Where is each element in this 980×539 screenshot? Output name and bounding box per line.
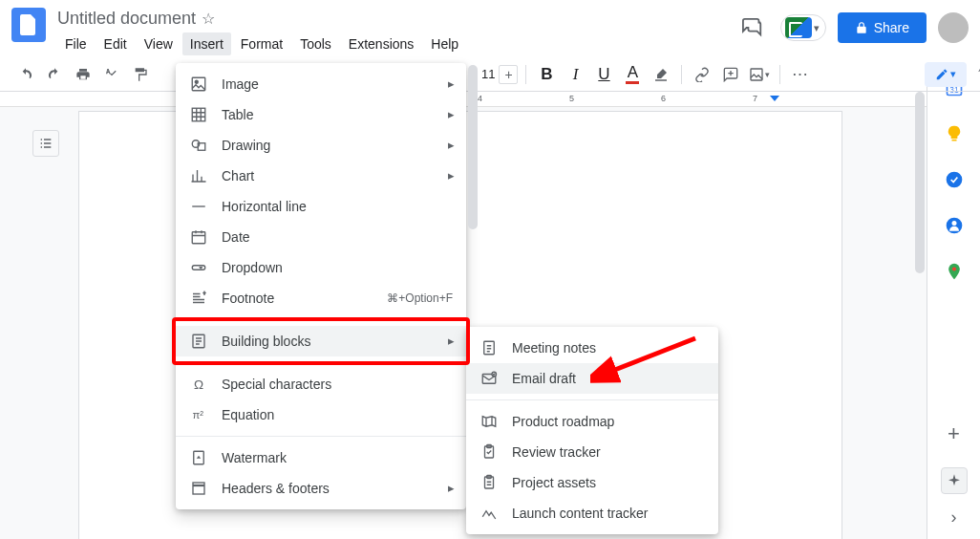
star-icon[interactable]: ☆ bbox=[202, 10, 215, 28]
svg-text:π²: π² bbox=[192, 409, 203, 420]
document-scrollbar[interactable] bbox=[913, 92, 927, 539]
table-icon bbox=[189, 106, 208, 123]
spellcheck-button[interactable] bbox=[99, 62, 124, 87]
meet-button[interactable]: ▾ bbox=[780, 14, 826, 41]
review-icon bbox=[479, 443, 499, 461]
menu-item-label: Date bbox=[222, 229, 250, 245]
share-button[interactable]: Share bbox=[838, 12, 927, 43]
notes-icon bbox=[479, 339, 499, 356]
dropdown-icon bbox=[189, 259, 208, 276]
account-avatar[interactable] bbox=[938, 12, 969, 43]
svg-point-8 bbox=[951, 267, 955, 270]
insert-menu-footnote[interactable]: Footnote⌘+Option+F bbox=[176, 283, 466, 313]
font-size-box[interactable]: 11 bbox=[481, 67, 495, 81]
contacts-sidepanel-icon[interactable] bbox=[945, 216, 964, 235]
paint-format-button[interactable] bbox=[128, 62, 153, 87]
menu-help[interactable]: Help bbox=[423, 32, 466, 55]
insert-menu-drawing[interactable]: Drawing bbox=[176, 130, 466, 161]
building-blocks-product-roadmap[interactable]: Product roadmap bbox=[466, 406, 718, 437]
watermark-icon bbox=[189, 449, 208, 466]
insert-menu-equation[interactable]: π²Equation bbox=[176, 399, 466, 430]
font-size-increase[interactable]: + bbox=[499, 65, 518, 84]
italic-button[interactable]: I bbox=[563, 62, 587, 87]
maps-sidepanel-icon[interactable] bbox=[945, 262, 964, 281]
menu-item-label: Footnote bbox=[222, 291, 274, 306]
comments-history-icon[interactable] bbox=[736, 11, 769, 44]
explore-button[interactable] bbox=[941, 467, 968, 494]
insert-menu-dropdown[interactable]: Dropdown bbox=[176, 252, 466, 283]
insert-menu-chart[interactable]: Chart bbox=[176, 161, 466, 191]
svg-rect-14 bbox=[192, 232, 205, 244]
menu-file[interactable]: File bbox=[57, 32, 95, 55]
menu-item-label: Product roadmap bbox=[512, 414, 614, 429]
redo-button[interactable] bbox=[42, 62, 67, 87]
docs-logo[interactable] bbox=[11, 8, 46, 42]
menu-scrollbar[interactable] bbox=[468, 65, 478, 229]
menu-extensions[interactable]: Extensions bbox=[341, 32, 421, 55]
insert-menu-table[interactable]: Table bbox=[176, 99, 466, 130]
menu-item-label: Project assets bbox=[512, 475, 596, 490]
menu-item-label: Dropdown bbox=[222, 260, 283, 275]
addons-button[interactable]: + bbox=[945, 421, 964, 441]
building-blocks-project-assets[interactable]: Project assets bbox=[466, 467, 718, 498]
more-toolbar-button[interactable]: ⋯ bbox=[788, 62, 813, 87]
undo-button[interactable] bbox=[13, 62, 38, 87]
svg-rect-0 bbox=[751, 69, 762, 80]
keep-sidepanel-icon[interactable] bbox=[945, 124, 964, 143]
insert-menu-special-characters[interactable]: ΩSpecial characters bbox=[176, 369, 466, 399]
svg-line-28 bbox=[607, 338, 695, 373]
building-blocks-launch-content-tracker[interactable]: Launch content tracker bbox=[466, 498, 718, 528]
insert-image-button[interactable]: ▾ bbox=[747, 62, 772, 87]
menu-format[interactable]: Format bbox=[233, 32, 290, 55]
headers-icon bbox=[189, 480, 208, 497]
menu-item-label: Horizontal line bbox=[222, 199, 307, 214]
hide-sidepanel-button[interactable]: › bbox=[951, 507, 957, 528]
tasks-sidepanel-icon[interactable] bbox=[945, 170, 964, 189]
assets-icon bbox=[479, 474, 499, 491]
insert-link-button[interactable] bbox=[690, 62, 714, 87]
insert-comment-button[interactable] bbox=[718, 62, 743, 87]
print-button[interactable] bbox=[71, 62, 96, 87]
menu-item-label: Headers & footers bbox=[222, 481, 330, 496]
underline-button[interactable]: U bbox=[591, 62, 616, 87]
svg-rect-4 bbox=[951, 140, 956, 141]
drawing-icon bbox=[189, 137, 208, 154]
bold-button[interactable]: B bbox=[534, 62, 559, 87]
equation-icon: π² bbox=[189, 406, 208, 423]
image-icon bbox=[189, 75, 208, 93]
insert-menu-image[interactable]: Image bbox=[176, 69, 466, 99]
menu-item-label: Watermark bbox=[222, 450, 287, 465]
insert-menu-watermark[interactable]: Watermark bbox=[176, 442, 466, 473]
menu-tools[interactable]: Tools bbox=[292, 32, 339, 55]
menu-edit[interactable]: Edit bbox=[96, 32, 135, 55]
document-outline-button[interactable] bbox=[32, 130, 59, 157]
editing-mode-button[interactable]: ▾ ˄ bbox=[925, 62, 967, 87]
annotation-arrow bbox=[590, 329, 705, 386]
svg-rect-21 bbox=[484, 341, 495, 355]
menu-item-label: Special characters bbox=[222, 377, 331, 392]
menu-item-label: Meeting notes bbox=[512, 340, 596, 356]
meet-icon bbox=[785, 17, 812, 38]
menu-insert[interactable]: Insert bbox=[182, 32, 231, 55]
svg-text:Ω: Ω bbox=[194, 377, 203, 392]
svg-rect-15 bbox=[192, 266, 205, 270]
right-margin-marker[interactable] bbox=[770, 96, 779, 101]
menu-item-label: Email draft bbox=[512, 371, 576, 386]
roadmap-icon bbox=[479, 413, 499, 430]
text-color-button[interactable]: A bbox=[620, 62, 645, 87]
svg-rect-11 bbox=[192, 108, 205, 121]
highlight-button[interactable] bbox=[649, 62, 673, 87]
insert-menu: ImageTableDrawingChartHorizontal lineDat… bbox=[176, 63, 466, 509]
insert-menu-date[interactable]: Date bbox=[176, 222, 466, 252]
email-icon bbox=[479, 370, 499, 387]
insert-menu-horizontal-line[interactable]: Horizontal line bbox=[176, 191, 466, 222]
building-blocks-review-tracker[interactable]: Review tracker bbox=[466, 437, 718, 467]
bblocks-icon bbox=[189, 333, 208, 350]
doc-title[interactable]: Untitled document bbox=[57, 9, 196, 29]
menu-item-label: Equation bbox=[222, 407, 274, 422]
menu-item-label: Drawing bbox=[222, 138, 270, 153]
menu-view[interactable]: View bbox=[137, 32, 181, 55]
svg-point-7 bbox=[951, 221, 956, 226]
insert-menu-headers-footers[interactable]: Headers & footers bbox=[176, 473, 466, 504]
insert-menu-building-blocks[interactable]: Building blocks bbox=[176, 326, 466, 356]
